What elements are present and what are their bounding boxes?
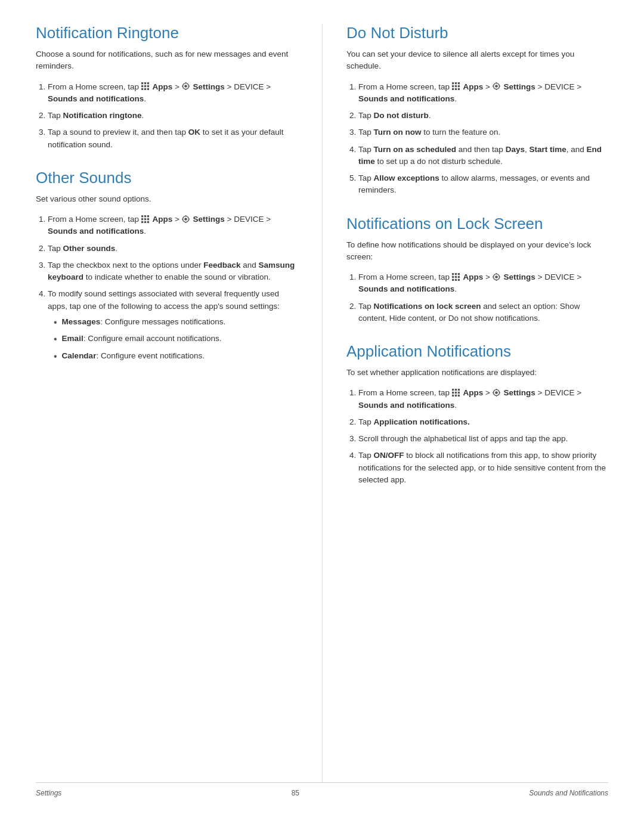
settings-icon [493,389,500,397]
apps-icon [141,215,149,223]
svg-rect-50 [458,276,460,278]
svg-rect-21 [141,221,143,223]
turn-on-now-label: Turn on now [374,128,422,137]
apps-icon [141,82,149,90]
app-notifications-label: Application notifications. [374,417,470,426]
step-item: Scroll through the alphabetical list of … [358,433,608,445]
step-item: From a Home screen, tap Ap [48,81,298,106]
application-notifications-desc: To set whether application notifications… [346,367,608,379]
svg-rect-16 [144,215,146,217]
svg-rect-11 [185,82,185,83]
apps-label: Apps [463,272,484,281]
settings-label: Settings [503,272,535,281]
svg-rect-53 [458,279,460,281]
svg-rect-72 [496,395,496,397]
svg-rect-71 [496,389,496,390]
svg-point-54 [495,275,498,278]
step-item: Tap Notification ringtone. [48,110,298,122]
svg-rect-60 [452,389,454,391]
svg-point-9 [184,85,187,88]
sound-apps-list: Messages: Configure messages notificatio… [48,316,298,363]
svg-rect-3 [141,85,143,87]
footer-right-label: Sounds and Notifications [529,789,608,797]
settings-label: Settings [503,388,535,397]
svg-rect-48 [452,276,454,278]
application-notifications-steps: From a Home screen, tap Ap [346,387,608,486]
messages-label: Messages [62,316,101,328]
svg-rect-13 [182,86,183,86]
svg-rect-61 [455,389,457,391]
svg-rect-23 [147,221,149,223]
svg-rect-26 [185,215,185,216]
svg-rect-4 [144,85,146,87]
svg-rect-15 [141,215,143,217]
svg-rect-67 [455,395,457,397]
svg-rect-5 [147,85,149,87]
svg-rect-51 [452,279,454,281]
lock-screen-steps: From a Home screen, tap Ap [346,271,608,324]
svg-rect-56 [496,273,496,274]
do-not-disturb-label: Do not disturb [374,111,429,120]
ok-label: OK [188,128,200,137]
sounds-label: Sounds and notifications [358,284,454,293]
do-not-disturb-title: Do Not Disturb [346,24,608,42]
notif-lock-screen-label: Notifications on lock screen [374,302,481,311]
apps-label: Apps [153,215,173,224]
svg-rect-68 [458,395,460,397]
step-item: Tap ON/OFF to block all notifications fr… [358,450,608,486]
do-not-disturb-steps: From a Home screen, tap Ap [346,81,608,197]
days-label: Days [506,145,525,154]
svg-rect-1 [144,82,146,84]
svg-rect-12 [185,89,185,90]
svg-rect-2 [147,82,149,84]
do-not-disturb-desc: You can set your device to silence all a… [346,48,608,73]
step-item: From a Home screen, tap Ap [358,81,608,106]
svg-rect-41 [496,82,496,83]
application-notifications-section: Application Notifications To set whether… [346,342,608,486]
notification-ringtone-steps: From a Home screen, tap Ap [36,81,298,151]
other-sounds-steps: From a Home screen, tap Ap [36,213,298,363]
sounds-label: Sounds and notifications [358,94,454,103]
svg-rect-28 [182,219,183,219]
notification-ringtone-title: Notification Ringtone [36,24,298,42]
notif-ringtone-label: Notification ringtone [63,111,142,120]
svg-rect-38 [458,88,460,90]
settings-icon [182,82,190,90]
page: Notification Ringtone Choose a sound for… [0,0,644,833]
svg-rect-44 [499,86,500,86]
svg-rect-73 [493,392,494,393]
bullet-item: Messages: Configure messages notificatio… [54,316,298,329]
step-item: To modify sound settings associated with… [48,288,298,363]
svg-rect-6 [141,88,143,90]
do-not-disturb-section: Do Not Disturb You can set your device t… [346,24,608,197]
svg-rect-22 [144,221,146,223]
svg-rect-29 [188,219,189,219]
svg-rect-74 [499,392,500,393]
email-label: Email [62,333,83,345]
svg-rect-8 [147,88,149,90]
svg-rect-35 [458,85,460,87]
svg-rect-49 [455,276,457,278]
page-footer: Settings 85 Sounds and Notifications [36,782,608,797]
svg-rect-34 [455,85,457,87]
bullet-item: Email: Configure email account notificat… [54,333,298,346]
step-item: Tap Application notifications. [358,416,608,428]
svg-rect-59 [499,277,500,277]
sounds-label: Sounds and notifications [48,227,144,236]
lock-screen-notifications-title: Notifications on Lock Screen [346,215,608,233]
bullet-item: Calendar: Configure event notifications. [54,350,298,363]
svg-rect-45 [452,273,454,275]
lock-screen-notifications-section: Notifications on Lock Screen To define h… [346,215,608,325]
svg-point-24 [184,218,187,221]
svg-rect-43 [493,86,494,86]
step-item: Tap Turn on now to turn the feature on. [358,126,608,138]
settings-icon [493,82,500,90]
svg-point-69 [495,391,498,394]
other-sounds-section: Other Sounds Set various other sound opt… [36,169,298,363]
svg-rect-36 [452,88,454,90]
svg-rect-33 [452,85,454,87]
step-item: From a Home screen, tap Ap [48,213,298,238]
svg-rect-37 [455,88,457,90]
application-notifications-title: Application Notifications [346,342,608,361]
footer-left-label: Settings [36,789,61,797]
